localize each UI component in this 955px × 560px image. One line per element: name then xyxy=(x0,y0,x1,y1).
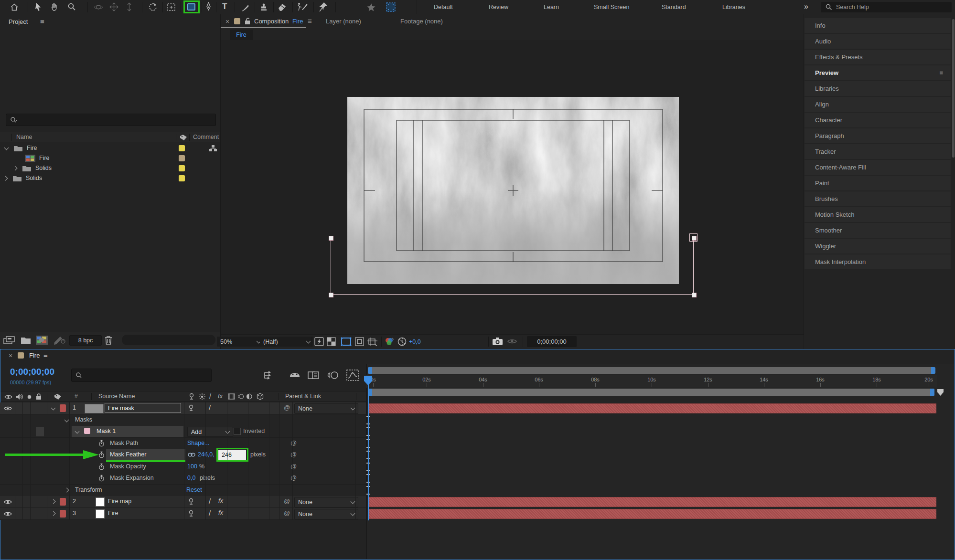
label-column-tag-icon[interactable] xyxy=(54,393,62,400)
chevron-down-icon[interactable] xyxy=(4,146,9,150)
layer-row-fire-map[interactable]: 2 Fire map / fx @ None xyxy=(0,496,366,508)
project-panel-menu-icon[interactable]: ≡ xyxy=(40,17,44,25)
chevron-right-icon[interactable] xyxy=(13,166,18,171)
camera-tool-icon[interactable] xyxy=(167,3,176,11)
pickwhip-icon[interactable]: @ xyxy=(284,497,290,505)
sidebar-item-preview[interactable]: Preview≡ xyxy=(805,65,951,80)
project-item-label[interactable]: Solids xyxy=(26,175,42,181)
puppet-pin-tool-icon[interactable] xyxy=(318,2,329,12)
graph-editor-icon[interactable] xyxy=(346,370,359,381)
color-depth-button[interactable]: 8 bpc xyxy=(69,335,102,346)
row-mask-expansion[interactable]: Mask Expansion 0,0 pixels @ xyxy=(0,473,366,485)
brush-tool-icon[interactable] xyxy=(241,2,250,12)
chevron-right-icon[interactable] xyxy=(3,176,8,181)
workspace-overflow-chevron[interactable]: » xyxy=(804,2,808,11)
layer-row-fire-mask[interactable]: 1 Fire mask / @ None xyxy=(0,402,366,414)
home-icon[interactable] xyxy=(10,3,19,11)
sidebar-item-motion-sketch[interactable]: Motion Sketch xyxy=(805,207,951,222)
zoom-tool-icon[interactable] xyxy=(67,2,76,11)
quality-slash-icon[interactable]: / xyxy=(209,392,211,400)
pickwhip-icon[interactable]: @ xyxy=(290,463,297,470)
mask-opacity-value[interactable]: 100 xyxy=(187,463,197,470)
mask-feather-x-value[interactable]: 246,0, xyxy=(198,451,215,458)
row-mask-1[interactable]: Mask 1 Add Inverted xyxy=(0,426,366,438)
project-item-label[interactable]: Fire xyxy=(39,155,50,161)
region-of-interest-icon[interactable] xyxy=(355,337,364,346)
roto-brush-tool-icon[interactable] xyxy=(296,2,308,12)
layer-name[interactable]: Fire xyxy=(108,510,118,517)
stopwatch-icon[interactable] xyxy=(98,475,105,482)
sidebar-item-info[interactable]: Info xyxy=(805,18,951,33)
sidebar-item-audio[interactable]: Audio xyxy=(805,34,951,49)
orbit-camera-tool-icon[interactable] xyxy=(94,3,103,11)
layer-name[interactable]: Fire map xyxy=(108,498,131,505)
mask-selection-cell[interactable] xyxy=(36,427,44,436)
sidebar-item-brushes[interactable]: Brushes xyxy=(805,191,951,206)
pickwhip-icon[interactable]: @ xyxy=(290,439,297,446)
lock-column-icon[interactable] xyxy=(36,393,42,400)
fast-previews-icon[interactable] xyxy=(314,337,324,346)
project-col-name[interactable]: Name xyxy=(16,134,32,140)
workspace-tab-review[interactable]: Review xyxy=(489,4,508,11)
mask-feather-label[interactable]: Mask Feather xyxy=(110,451,146,458)
chevron-right-icon[interactable] xyxy=(64,488,69,493)
snap-marquee-icon[interactable] xyxy=(385,2,397,12)
collapse-switch-icon[interactable] xyxy=(188,510,194,518)
layer-bar-fire-mask[interactable] xyxy=(368,403,936,413)
mask-expansion-value[interactable]: 0,0 xyxy=(187,475,195,481)
viewer-tab-comp-name[interactable]: Fire xyxy=(292,18,303,25)
rectangle-tool-icon[interactable] xyxy=(187,3,196,11)
close-icon[interactable]: × xyxy=(9,352,12,359)
trash-icon[interactable] xyxy=(104,336,113,345)
quality-switch-icon[interactable] xyxy=(199,393,205,400)
channels-icon[interactable] xyxy=(384,337,395,346)
quality-slash-icon[interactable]: / xyxy=(209,497,211,505)
solo-column-icon[interactable] xyxy=(27,395,32,399)
transparency-grid-icon[interactable] xyxy=(327,337,336,346)
quality-slash-icon[interactable]: / xyxy=(209,403,211,412)
resolution-dropdown[interactable]: (Half) xyxy=(260,337,313,347)
mask-vertex-handle[interactable] xyxy=(329,293,333,297)
project-col-comment[interactable]: Comment xyxy=(193,134,219,140)
stopwatch-icon[interactable] xyxy=(98,463,105,470)
time-ruler[interactable]: 0s 02s 04s 06s 08s 10s 12s 14s 16s 18s 2… xyxy=(366,375,937,388)
collapse-switch-icon[interactable] xyxy=(188,404,194,412)
sidebar-item-align[interactable]: Align xyxy=(805,97,951,112)
work-area-end-handle[interactable] xyxy=(930,389,934,396)
mask-visibility-icon[interactable] xyxy=(341,337,352,346)
label-color-swatch[interactable] xyxy=(179,145,185,151)
3d-layer-column-icon[interactable] xyxy=(257,393,264,400)
snapshot-camera-icon[interactable] xyxy=(492,337,503,346)
comp-label-swatch[interactable] xyxy=(234,18,240,24)
chevron-right-icon[interactable] xyxy=(51,499,56,504)
adjustment-layer-column-icon[interactable] xyxy=(246,393,252,400)
viewer-timecode-box[interactable]: 0;00;00;00 xyxy=(527,336,577,347)
sidebar-item-wiggler[interactable]: Wiggler xyxy=(805,239,951,254)
flowchart-icon[interactable] xyxy=(209,145,217,152)
scrollbar-right-cap[interactable] xyxy=(931,367,935,374)
exposure-icon[interactable] xyxy=(397,337,407,346)
chevron-right-icon[interactable] xyxy=(51,511,56,516)
new-composition-icon[interactable] xyxy=(36,336,48,345)
mask-path-value[interactable]: Shape... xyxy=(187,440,210,446)
viewer-tab-kind[interactable]: Composition xyxy=(254,18,289,25)
quality-slash-icon[interactable]: / xyxy=(209,509,211,517)
work-area-bar[interactable] xyxy=(368,389,934,396)
row-mask-path[interactable]: Mask Path Shape... @ xyxy=(0,438,366,450)
collapse-switch-icon[interactable] xyxy=(188,498,194,506)
shy-layers-icon[interactable] xyxy=(289,370,300,380)
pickwhip-icon[interactable]: @ xyxy=(290,451,297,458)
source-name-column-header[interactable]: Source Name xyxy=(98,393,135,400)
collapse-switch-icon[interactable] xyxy=(188,393,195,401)
scrollbar-left-cap[interactable] xyxy=(368,367,372,374)
timeline-tab-menu-icon[interactable]: ≡ xyxy=(43,351,48,359)
eye-icon[interactable] xyxy=(4,511,12,517)
workspace-tab-small-screen[interactable]: Small Screen xyxy=(594,4,629,11)
layer-color-swatch[interactable] xyxy=(60,510,66,518)
row-transform[interactable]: Transform Reset xyxy=(0,485,366,497)
sidebar-scrollbar[interactable] xyxy=(952,19,955,158)
mask-path-label[interactable]: Mask Path xyxy=(110,440,138,446)
sidebar-item-mask-interpolation[interactable]: Mask Interpolation xyxy=(805,254,951,269)
motion-blur-icon[interactable] xyxy=(327,370,339,380)
chevron-down-icon[interactable] xyxy=(51,406,56,411)
